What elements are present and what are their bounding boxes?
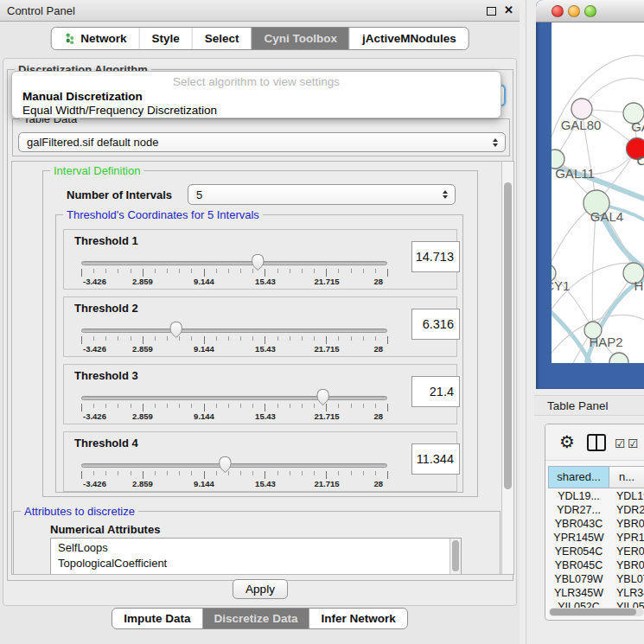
table-row[interactable]: YER054CYER05 — [548, 545, 644, 559]
close-icon[interactable]: ✕ — [504, 3, 513, 16]
gear-icon[interactable]: ⚙ — [559, 431, 575, 452]
column-header-name[interactable]: n... — [609, 466, 644, 488]
threshold-label: Threshold 4 — [74, 437, 138, 450]
cell-shared-name[interactable]: YDR27... — [548, 504, 609, 518]
node-label: GAL11 — [555, 166, 595, 181]
slider-tick-labels: -3.4262.8599.14415.4321.71528 — [81, 277, 388, 287]
float-panel-icon[interactable] — [487, 7, 496, 16]
tick-label: 2.859 — [132, 277, 153, 286]
attributes-scrollbar[interactable] — [450, 539, 461, 575]
algorithm-option-manual[interactable]: Manual Discretization — [12, 90, 501, 104]
network-canvas[interactable]: GAL80GACGAL11GAL4GCY1HHAP2 — [552, 22, 644, 363]
settings-scrollbar[interactable] — [501, 162, 513, 574]
cell-name[interactable]: YBL07 — [609, 573, 644, 587]
close-window-icon[interactable] — [552, 5, 564, 17]
slider-tick-labels: -3.4262.8599.14415.4321.71528 — [81, 479, 388, 489]
tab-discretize-data[interactable]: Discretize Data — [202, 609, 309, 628]
minimize-window-icon[interactable] — [568, 5, 580, 17]
node-label: H — [634, 278, 644, 293]
tick-label: 15.43 — [255, 479, 276, 488]
threshold-slider-track[interactable] — [81, 463, 387, 468]
tab-infer-network[interactable]: Infer Network — [309, 609, 406, 628]
table-row[interactable]: YDL19...YDL19 — [548, 490, 644, 504]
network-window-titlebar — [536, 0, 644, 22]
tick-label: 9.144 — [194, 479, 214, 488]
threshold-value-field[interactable]: 11.344 — [411, 443, 460, 475]
tab-cyni-toolbox[interactable]: Cyni Toolbox — [252, 28, 350, 49]
tick-label: -3.426 — [83, 411, 106, 421]
tab-impute-data[interactable]: Impute Data — [112, 609, 201, 628]
threshold-value-field[interactable]: 14.713 — [411, 241, 460, 272]
cell-name[interactable]: YDL19 — [609, 490, 644, 504]
cell-name[interactable]: YDR27 — [609, 504, 644, 518]
threshold-value-field[interactable]: 6.316 — [411, 309, 460, 340]
tab-select[interactable]: Select — [192, 28, 252, 49]
threshold-slider-track[interactable] — [81, 261, 387, 265]
tab-network[interactable]: Network — [51, 28, 138, 49]
checkbox-icon[interactable]: ☑ — [615, 437, 626, 450]
thresholds-group: Threshold's Coordinates for 5 Intervals … — [55, 214, 463, 493]
table-row[interactable]: YBR045CYBR04 — [548, 559, 644, 573]
checkbox-icon[interactable]: ☑ — [628, 437, 639, 450]
node-label: HAP2 — [589, 335, 622, 349]
table-row[interactable]: YPR145WYPR14 — [548, 532, 644, 545]
table-row[interactable]: YDR27...YDR27 — [548, 504, 644, 518]
cell-shared-name[interactable]: YDL19... — [548, 490, 609, 504]
top-tabbar: Network Style Select Cyni Toolbox jActiv… — [0, 22, 520, 55]
bottom-tabbar: Impute Data Discretize Data Infer Networ… — [0, 608, 520, 634]
node-label: GCY1 — [552, 278, 570, 293]
attribute-item[interactable]: TopologicalCoefficient — [58, 556, 461, 571]
number-of-intervals-value: 5 — [196, 188, 202, 201]
apply-button[interactable]: Apply — [233, 579, 288, 599]
tab-jactivemnodules[interactable]: jActiveMNodules — [349, 28, 469, 49]
column-header-shared-name[interactable]: shared... — [548, 466, 609, 488]
cell-name[interactable]: YER05 — [609, 545, 644, 559]
attribute-item[interactable]: BetweennessCentrality — [58, 571, 461, 575]
attribute-item[interactable]: SelfLoops — [58, 540, 461, 556]
network-nodes — [552, 99, 644, 363]
tab-style[interactable]: Style — [138, 28, 191, 49]
table-header-row: shared... n... — [545, 466, 644, 488]
cell-shared-name[interactable]: YBR045C — [548, 559, 609, 573]
tick-label: 28 — [373, 411, 383, 421]
slider-tick-marks — [81, 269, 388, 277]
cell-name[interactable]: YLR34 — [609, 587, 644, 601]
table-rows: YDL19...YDL19YDR27...YDR27YBR043CYBR04YP… — [548, 490, 644, 609]
table-row[interactable]: YBR043CYBR04 — [548, 518, 644, 532]
threshold-label: Threshold 2 — [74, 302, 138, 315]
table-panel-window: ⚙ ☑ ☑ shared... n... YDL19...YDL19YDR27.… — [545, 424, 644, 621]
cell-shared-name[interactable]: YBR043C — [548, 518, 609, 532]
number-of-intervals-combobox[interactable]: 5 — [188, 184, 456, 205]
zoom-window-icon[interactable] — [584, 5, 596, 17]
table-horizontal-scrollbar[interactable] — [549, 608, 644, 616]
cell-name[interactable]: YBR04 — [609, 559, 644, 573]
slider-tick-marks — [81, 471, 388, 479]
threshold-value-field[interactable]: 21.4 — [411, 376, 460, 407]
combo-stepper-icon — [493, 138, 498, 147]
combo-stepper-icon — [443, 190, 448, 199]
cell-shared-name[interactable]: YPR145W — [548, 532, 609, 545]
cell-shared-name[interactable]: YLR345W — [548, 587, 609, 601]
table-row[interactable]: YBL079WYBL07 — [548, 573, 644, 587]
cell-name[interactable]: YBR04 — [609, 518, 644, 532]
tick-label: 15.43 — [255, 277, 276, 286]
tab-control: Network Style Select Cyni Toolbox jActiv… — [50, 27, 469, 50]
cell-shared-name[interactable]: YBL079W — [548, 573, 609, 587]
scrollbar-thumb[interactable] — [504, 182, 512, 489]
tick-label: 15.43 — [255, 344, 276, 354]
threshold-label: Threshold 3 — [74, 369, 138, 382]
scrollbar-thumb[interactable] — [452, 540, 459, 571]
table-row[interactable]: YLR345WYLR34 — [548, 587, 644, 601]
scrollbar-thumb[interactable] — [550, 609, 636, 615]
tick-label: 28 — [373, 479, 383, 488]
network-node[interactable] — [571, 99, 592, 119]
cell-name[interactable]: YPR14 — [609, 532, 644, 545]
cell-shared-name[interactable]: YER054C — [548, 545, 609, 559]
tick-label: -3.426 — [83, 277, 106, 286]
table-panel-titlebar: Table Panel — [534, 395, 644, 416]
table-data-combobox[interactable]: galFiltered.sif default node — [18, 132, 506, 152]
threshold-slider-track[interactable] — [81, 328, 387, 333]
algorithm-option-equal-width[interactable]: Equal Width/Frequency Discretization — [12, 104, 501, 118]
split-columns-icon[interactable] — [587, 434, 606, 451]
threshold-slider-track[interactable] — [81, 396, 387, 400]
